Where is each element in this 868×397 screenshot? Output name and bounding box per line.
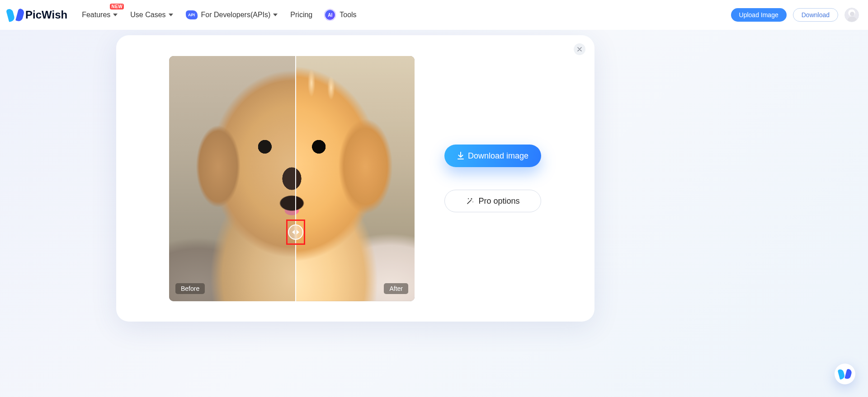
- svg-point-0: [468, 198, 469, 199]
- pro-options-label: Pro options: [478, 196, 519, 206]
- nav-tools[interactable]: AI Tools: [325, 10, 356, 20]
- nav-pricing[interactable]: Pricing: [290, 11, 312, 19]
- nav-features-label: Features: [82, 11, 110, 19]
- nav-use-cases[interactable]: Use Cases: [130, 11, 173, 19]
- upload-image-button[interactable]: Upload Image: [731, 8, 787, 22]
- nav-developers[interactable]: API For Developers(APIs): [186, 10, 278, 19]
- result-panel: Before After Download image Pro options: [116, 35, 594, 322]
- nav-developers-label: For Developers(APIs): [201, 11, 271, 19]
- user-avatar[interactable]: [844, 8, 859, 22]
- close-button[interactable]: [574, 43, 585, 55]
- nav-tools-label: Tools: [340, 11, 356, 19]
- ai-badge-icon: AI: [325, 10, 335, 20]
- help-fab[interactable]: [835, 364, 855, 384]
- chevron-down-icon: [169, 14, 173, 16]
- nav-left: Features NEW Use Cases API For Developer…: [82, 10, 356, 20]
- pro-options-button[interactable]: Pro options: [444, 190, 541, 212]
- download-button[interactable]: Download: [793, 8, 838, 22]
- download-image-label: Download image: [468, 151, 528, 161]
- nav-pricing-label: Pricing: [290, 11, 312, 19]
- magic-wand-icon: [466, 196, 475, 206]
- svg-point-1: [473, 201, 474, 202]
- download-image-button[interactable]: Download image: [444, 145, 541, 167]
- brand-logo-icon: [9, 7, 22, 23]
- download-icon: [457, 152, 464, 160]
- nav-features[interactable]: Features NEW: [82, 11, 118, 19]
- chevron-down-icon: [113, 14, 118, 16]
- before-after-compare[interactable]: Before After: [169, 56, 415, 301]
- compare-divider: [295, 56, 296, 301]
- chevron-down-icon: [273, 14, 278, 16]
- new-badge: NEW: [110, 4, 124, 9]
- brand-name: PicWish: [25, 9, 67, 21]
- panel-actions: Download image Pro options: [444, 35, 541, 322]
- nav-use-cases-label: Use Cases: [130, 11, 165, 19]
- before-label: Before: [175, 283, 205, 294]
- brand-mark-icon: [839, 368, 851, 380]
- nav-right: Upload Image Download: [731, 8, 859, 22]
- compare-slider-handle[interactable]: [288, 224, 303, 240]
- brand-logo[interactable]: PicWish: [9, 7, 67, 23]
- api-badge-icon: API: [186, 10, 198, 19]
- close-icon: [577, 47, 582, 51]
- after-label: After: [384, 283, 408, 294]
- header-nav: PicWish Features NEW Use Cases API For D…: [0, 0, 868, 30]
